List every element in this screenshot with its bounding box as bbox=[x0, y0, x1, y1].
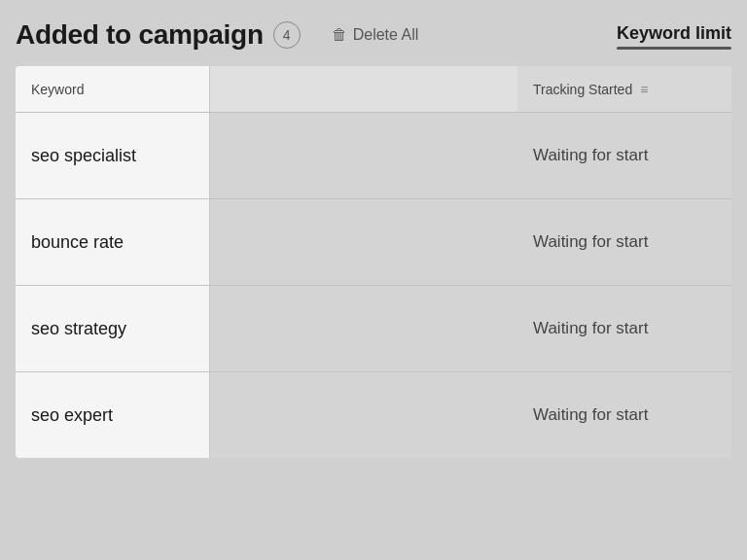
page-title: Added to campaign bbox=[16, 19, 264, 51]
keyword-cell: bounce rate bbox=[16, 199, 210, 285]
tracking-column-header: Tracking Started ≡ bbox=[517, 66, 731, 112]
table-row[interactable]: seo expert Waiting for start bbox=[16, 372, 731, 458]
trash-icon: 🗑 bbox=[332, 26, 347, 44]
tracking-header-label: Tracking Started bbox=[533, 82, 632, 97]
tracking-status-cell: Waiting for start bbox=[517, 286, 731, 371]
table-header-row: Keyword Tracking Started ≡ bbox=[16, 66, 731, 113]
keyword-limit-tab[interactable]: Keyword limit bbox=[617, 23, 731, 48]
filter-icon[interactable]: ≡ bbox=[640, 82, 648, 97]
delete-all-label: Delete All bbox=[353, 26, 419, 44]
table-row[interactable]: seo specialist Waiting for start bbox=[16, 113, 731, 199]
table-row[interactable]: seo strategy Waiting for start bbox=[16, 286, 731, 372]
table-body: seo specialist Waiting for start bounce … bbox=[16, 113, 731, 458]
tracking-status-cell: Waiting for start bbox=[517, 113, 731, 198]
spacer-column-header bbox=[210, 66, 517, 112]
keywords-table: Keyword Tracking Started ≡ seo specialis… bbox=[16, 66, 731, 458]
campaign-count-badge: 4 bbox=[273, 21, 301, 49]
spacer-cell bbox=[210, 286, 517, 371]
keyword-cell: seo strategy bbox=[16, 286, 210, 371]
spacer-cell bbox=[210, 113, 517, 198]
page-container: Added to campaign 4 🗑 Delete All Keyword… bbox=[0, 0, 747, 560]
tracking-status-cell: Waiting for start bbox=[517, 372, 731, 458]
keyword-cell: seo expert bbox=[16, 372, 210, 458]
keyword-cell: seo specialist bbox=[16, 113, 210, 198]
table-row[interactable]: bounce rate Waiting for start bbox=[16, 199, 731, 286]
tracking-status-cell: Waiting for start bbox=[517, 199, 731, 285]
delete-all-button[interactable]: 🗑 Delete All bbox=[324, 22, 427, 48]
header: Added to campaign 4 🗑 Delete All Keyword… bbox=[16, 19, 731, 51]
keyword-column-header: Keyword bbox=[16, 66, 210, 112]
spacer-cell bbox=[210, 372, 517, 458]
spacer-cell bbox=[210, 199, 517, 285]
